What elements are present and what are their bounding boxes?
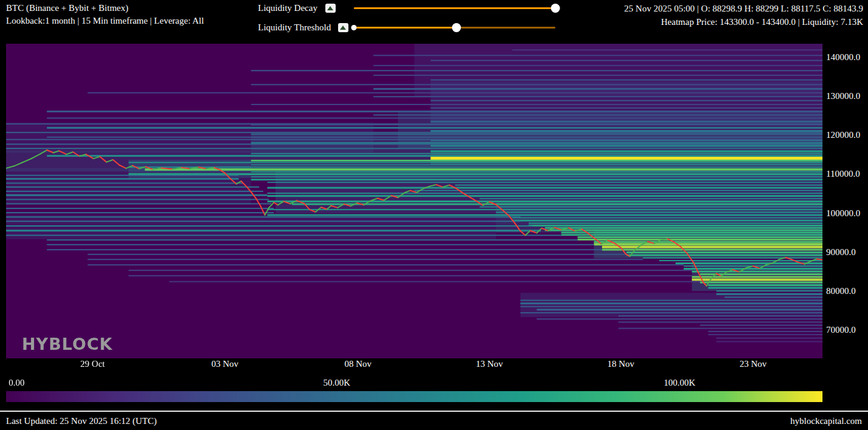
threshold-slider-min-handle[interactable] [351,25,357,30]
x-axis-label: 13 Nov [476,359,503,369]
colorbar-labels: 0.0050.00K100.00K [6,378,822,389]
ohlc-readout: 25 Nov 2025 05:00 | O: 88298.9 H: 88299 … [624,2,863,15]
y-axis-label: 80000.0 [826,286,856,296]
y-axis-label: 120000.0 [826,130,860,140]
y-axis-label: 140000.0 [826,52,860,63]
threshold-slider-handle[interactable] [452,23,461,32]
x-axis-label: 29 Oct [80,359,104,369]
decay-slider-handle[interactable] [551,4,560,13]
decay-slider[interactable] [354,4,555,13]
x-axis-label: 08 Nov [344,359,371,369]
y-axis-label: 100000.0 [826,208,860,219]
decay-slider-fill [354,7,555,9]
chart-region: HYBLOCK [6,44,822,358]
lookback-subtitle: Lookback:1 month | 15 Min timeframe | Le… [6,15,204,27]
x-axis-label: 18 Nov [607,359,634,369]
y-axis-label: 130000.0 [826,91,860,101]
last-updated-text: Last Updated: 25 Nov 2025 16:12 (UTC) [6,416,157,426]
colorbar [6,391,822,402]
x-axis: 29 Oct03 Nov08 Nov13 Nov18 Nov23 Nov [6,359,822,371]
decay-label: Liquidity Decay [258,3,317,13]
x-axis-label: 23 Nov [739,359,767,369]
header-left: BTC (Binance + Bybit + Bitmex) Lookback:… [6,2,204,27]
decay-slider-icon[interactable] [325,4,336,13]
header-right: 25 Nov 2025 05:00 | O: 88298.9 H: 88299 … [624,2,863,29]
y-axis: 140000.0130000.0120000.0110000.0100000.0… [826,44,868,358]
colorbar-tick-label: 0.00 [8,378,24,388]
threshold-label: Liquidity Threshold [258,22,331,33]
site-link[interactable]: hyblockcapital.com [790,416,862,426]
heatmap-readout: Heatmap Price: 143300.0 - 143400.0 | Liq… [624,15,863,29]
y-axis-label: 110000.0 [826,169,860,179]
y-axis-label: 70000.0 [826,325,856,335]
threshold-slider[interactable] [354,23,555,32]
heatmap-canvas[interactable] [6,44,822,358]
threshold-slider-fill [354,27,456,29]
app: BTC (Binance + Bybit + Bitmex) Lookback:… [0,0,868,430]
x-axis-label: 03 Nov [211,359,239,369]
symbol-title: BTC (Binance + Bybit + Bitmex) [6,2,204,15]
colorbar-tick-label: 50.00K [323,378,350,388]
y-axis-label: 90000.0 [826,247,856,258]
footer-divider [0,411,868,412]
colorbar-tick-label: 100.00K [664,378,696,388]
hyblock-watermark: HYBLOCK [22,335,113,353]
threshold-slider-icon[interactable] [338,23,348,32]
